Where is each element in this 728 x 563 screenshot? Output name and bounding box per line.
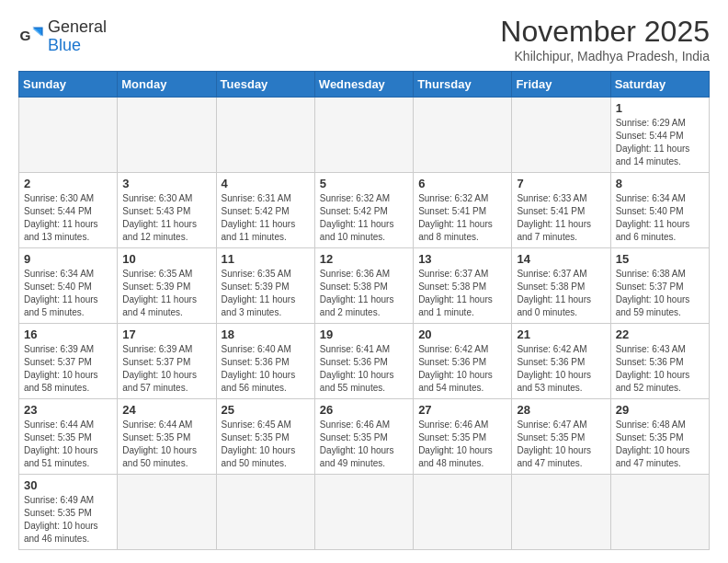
day-info: Sunrise: 6:46 AM Sunset: 5:35 PM Dayligh… — [418, 419, 506, 470]
svg-text:G: G — [19, 27, 30, 42]
table-row: 15Sunrise: 6:38 AM Sunset: 5:37 PM Dayli… — [610, 248, 709, 324]
table-row: 28Sunrise: 6:47 AM Sunset: 5:35 PM Dayli… — [512, 399, 610, 475]
day-info: Sunrise: 6:32 AM Sunset: 5:42 PM Dayligh… — [320, 192, 408, 244]
table-row: 14Sunrise: 6:37 AM Sunset: 5:38 PM Dayli… — [512, 248, 610, 324]
calendar-row: 16Sunrise: 6:39 AM Sunset: 5:37 PM Dayli… — [19, 324, 710, 399]
day-number: 22 — [616, 327, 704, 341]
table-row: 29Sunrise: 6:48 AM Sunset: 5:35 PM Dayli… — [610, 399, 709, 475]
table-row: 26Sunrise: 6:46 AM Sunset: 5:35 PM Dayli… — [314, 399, 413, 475]
table-row: 9Sunrise: 6:34 AM Sunset: 5:40 PM Daylig… — [19, 248, 118, 324]
table-row: 3Sunrise: 6:30 AM Sunset: 5:43 PM Daylig… — [118, 173, 216, 248]
table-row: 2Sunrise: 6:30 AM Sunset: 5:44 PM Daylig… — [19, 173, 118, 248]
day-info: Sunrise: 6:33 AM Sunset: 5:41 PM Dayligh… — [517, 192, 605, 244]
day-info: Sunrise: 6:48 AM Sunset: 5:35 PM Dayligh… — [616, 419, 704, 470]
table-row — [414, 475, 512, 550]
day-info: Sunrise: 6:44 AM Sunset: 5:35 PM Dayligh… — [122, 419, 210, 470]
day-info: Sunrise: 6:36 AM Sunset: 5:38 PM Dayligh… — [320, 268, 408, 319]
table-row: 4Sunrise: 6:31 AM Sunset: 5:42 PM Daylig… — [216, 173, 314, 248]
day-number: 23 — [24, 403, 112, 417]
day-number: 27 — [418, 403, 506, 417]
day-info: Sunrise: 6:42 AM Sunset: 5:36 PM Dayligh… — [517, 343, 605, 395]
day-number: 21 — [517, 327, 605, 341]
day-number: 12 — [320, 252, 408, 266]
table-row: 13Sunrise: 6:37 AM Sunset: 5:38 PM Dayli… — [414, 248, 512, 324]
day-number: 6 — [418, 177, 506, 190]
day-info: Sunrise: 6:43 AM Sunset: 5:36 PM Dayligh… — [616, 343, 704, 395]
header-saturday: Saturday — [610, 72, 709, 98]
day-info: Sunrise: 6:46 AM Sunset: 5:35 PM Dayligh… — [320, 419, 408, 470]
table-row: 17Sunrise: 6:39 AM Sunset: 5:37 PM Dayli… — [118, 324, 216, 399]
day-number: 18 — [222, 327, 310, 341]
table-row — [19, 98, 118, 173]
day-info: Sunrise: 6:30 AM Sunset: 5:43 PM Dayligh… — [122, 192, 210, 244]
day-number: 5 — [320, 177, 408, 190]
day-number: 30 — [24, 478, 112, 492]
day-info: Sunrise: 6:35 AM Sunset: 5:39 PM Dayligh… — [122, 268, 210, 319]
day-number: 4 — [222, 177, 310, 190]
logo-blue: Blue — [48, 37, 107, 55]
location-subtitle: Khilchipur, Madhya Pradesh, India — [500, 49, 710, 63]
day-info: Sunrise: 6:37 AM Sunset: 5:38 PM Dayligh… — [517, 268, 605, 319]
day-number: 20 — [418, 327, 506, 341]
table-row — [512, 475, 610, 550]
day-number: 14 — [517, 252, 605, 266]
header-wednesday: Wednesday — [314, 72, 413, 98]
day-number: 16 — [24, 327, 112, 341]
table-row: 21Sunrise: 6:42 AM Sunset: 5:36 PM Dayli… — [512, 324, 610, 399]
logo-icon: G — [18, 22, 44, 48]
table-row: 16Sunrise: 6:39 AM Sunset: 5:37 PM Dayli… — [19, 324, 118, 399]
table-row: 10Sunrise: 6:35 AM Sunset: 5:39 PM Dayli… — [118, 248, 216, 324]
day-info: Sunrise: 6:34 AM Sunset: 5:40 PM Dayligh… — [616, 192, 704, 244]
day-number: 13 — [418, 252, 506, 266]
day-info: Sunrise: 6:38 AM Sunset: 5:37 PM Dayligh… — [616, 268, 704, 319]
day-number: 19 — [320, 327, 408, 341]
table-row — [314, 98, 413, 173]
day-number: 11 — [222, 252, 310, 266]
header-thursday: Thursday — [414, 72, 512, 98]
table-row: 23Sunrise: 6:44 AM Sunset: 5:35 PM Dayli… — [19, 399, 118, 475]
table-row: 24Sunrise: 6:44 AM Sunset: 5:35 PM Dayli… — [118, 399, 216, 475]
table-row: 6Sunrise: 6:32 AM Sunset: 5:41 PM Daylig… — [414, 173, 512, 248]
title-section: November 2025 Khilchipur, Madhya Pradesh… — [500, 15, 710, 63]
table-row: 25Sunrise: 6:45 AM Sunset: 5:35 PM Dayli… — [216, 399, 314, 475]
header-tuesday: Tuesday — [216, 72, 314, 98]
day-number: 8 — [616, 177, 704, 190]
day-number: 1 — [616, 101, 704, 115]
table-row — [512, 98, 610, 173]
day-info: Sunrise: 6:30 AM Sunset: 5:44 PM Dayligh… — [24, 192, 112, 244]
table-row: 18Sunrise: 6:40 AM Sunset: 5:36 PM Dayli… — [216, 324, 314, 399]
table-row: 12Sunrise: 6:36 AM Sunset: 5:38 PM Dayli… — [314, 248, 413, 324]
table-row — [216, 98, 314, 173]
day-number: 15 — [616, 252, 704, 266]
day-number: 3 — [122, 177, 210, 190]
table-row: 1Sunrise: 6:29 AM Sunset: 5:44 PM Daylig… — [610, 98, 709, 173]
day-info: Sunrise: 6:35 AM Sunset: 5:39 PM Dayligh… — [222, 268, 310, 319]
logo-general: General — [48, 18, 107, 37]
table-row — [314, 475, 413, 550]
weekday-header-row: Sunday Monday Tuesday Wednesday Thursday… — [19, 72, 710, 98]
table-row: 30Sunrise: 6:49 AM Sunset: 5:35 PM Dayli… — [19, 475, 118, 550]
table-row: 8Sunrise: 6:34 AM Sunset: 5:40 PM Daylig… — [610, 173, 709, 248]
day-number: 7 — [517, 177, 605, 190]
day-number: 26 — [320, 403, 408, 417]
table-row: 22Sunrise: 6:43 AM Sunset: 5:36 PM Dayli… — [610, 324, 709, 399]
calendar-row: 30Sunrise: 6:49 AM Sunset: 5:35 PM Dayli… — [19, 475, 710, 550]
day-info: Sunrise: 6:40 AM Sunset: 5:36 PM Dayligh… — [222, 343, 310, 395]
day-number: 2 — [24, 177, 112, 190]
table-row — [414, 98, 512, 173]
day-number: 25 — [222, 403, 310, 417]
table-row: 19Sunrise: 6:41 AM Sunset: 5:36 PM Dayli… — [314, 324, 413, 399]
day-info: Sunrise: 6:44 AM Sunset: 5:35 PM Dayligh… — [24, 419, 112, 470]
calendar-row: 2Sunrise: 6:30 AM Sunset: 5:44 PM Daylig… — [19, 173, 710, 248]
day-info: Sunrise: 6:39 AM Sunset: 5:37 PM Dayligh… — [122, 343, 210, 395]
table-row — [610, 475, 709, 550]
day-number: 24 — [122, 403, 210, 417]
calendar-row: 1Sunrise: 6:29 AM Sunset: 5:44 PM Daylig… — [19, 98, 710, 173]
table-row — [118, 98, 216, 173]
day-number: 28 — [517, 403, 605, 417]
day-info: Sunrise: 6:42 AM Sunset: 5:36 PM Dayligh… — [418, 343, 506, 395]
logo: G General Blue — [18, 18, 107, 55]
day-info: Sunrise: 6:39 AM Sunset: 5:37 PM Dayligh… — [24, 343, 112, 395]
day-info: Sunrise: 6:37 AM Sunset: 5:38 PM Dayligh… — [418, 268, 506, 319]
day-info: Sunrise: 6:45 AM Sunset: 5:35 PM Dayligh… — [222, 419, 310, 470]
